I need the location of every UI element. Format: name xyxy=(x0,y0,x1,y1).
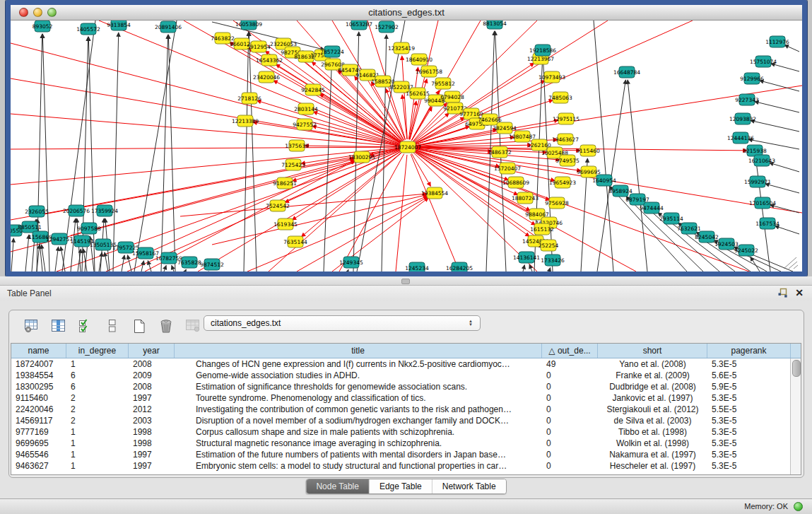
splitter-handle[interactable] xyxy=(401,279,410,284)
table-row[interactable]: 1872400712008Changes of HCN gene express… xyxy=(11,358,801,370)
table-selector-dropdown[interactable]: citations_edges.txt ▲▼ xyxy=(204,315,481,331)
graph-node[interactable]: 1245234 xyxy=(405,262,429,271)
select-columns-icon[interactable] xyxy=(77,318,94,334)
graph-node[interactable]: 9427552 xyxy=(293,119,317,130)
scrollbar-thumb[interactable] xyxy=(792,360,801,377)
create-column-icon[interactable] xyxy=(131,318,148,334)
close-panel-icon[interactable]: ✕ xyxy=(795,287,804,298)
table-row[interactable]: 2242004622012Investigating the contribut… xyxy=(11,404,801,415)
network-canvas[interactable]: 1872400774638228660128591295423226053982… xyxy=(11,21,802,271)
graph-node[interactable]: 9313854 xyxy=(107,21,131,30)
vertical-scrollbar[interactable] xyxy=(790,358,801,474)
graph-node[interactable]: 2718126 xyxy=(237,93,261,104)
svg-text:9884067: 9884067 xyxy=(525,211,549,218)
graph-node[interactable]: 9115460 xyxy=(576,145,600,156)
network-view-window[interactable]: citations_edges.txt 18724007746382286601… xyxy=(6,0,807,276)
table-row[interactable]: 1456911722003Disruption of a novel membe… xyxy=(11,415,801,426)
graph-node[interactable]: 7485063 xyxy=(548,92,572,103)
table-cell: Changes of HCN gene expression and I(f) … xyxy=(175,358,542,370)
graph-node[interactable]: 19463627 xyxy=(552,134,579,145)
graph-node[interactable]: 12213389 xyxy=(232,115,259,127)
table-row[interactable]: 946362711997Embryonic stem cells: a mode… xyxy=(11,460,801,472)
graph-node[interactable]: 19654923 xyxy=(549,177,576,188)
svg-text:1924503: 1924503 xyxy=(714,241,739,247)
graph-node[interactable]: 10688609 xyxy=(502,177,529,188)
graph-node[interactable]: 8958924 xyxy=(608,185,632,197)
svg-text:1640954: 1640954 xyxy=(592,177,616,184)
graph-node[interactable]: 16543362 xyxy=(256,54,283,66)
svg-text:9245022: 9245022 xyxy=(734,247,758,254)
graph-node[interactable]: 7635144 xyxy=(283,236,307,247)
graph-node[interactable]: 20891406 xyxy=(155,21,182,33)
graph-node[interactable]: 12444136 xyxy=(727,132,754,144)
tab-node-table[interactable]: Node Table xyxy=(306,479,370,493)
tab-network-table[interactable]: Network Table xyxy=(433,479,506,493)
graph-node[interactable]: 7955812 xyxy=(431,78,455,89)
graph-node[interactable]: 15751074 xyxy=(750,56,777,67)
dropdown-stepper-icon: ▲▼ xyxy=(464,320,480,327)
graph-node[interactable]: 9186251 xyxy=(273,177,297,189)
graph-node[interactable]: 7125423 xyxy=(281,159,305,170)
zoom-window-button[interactable] xyxy=(47,8,57,17)
graph-node[interactable]: 9129966 xyxy=(740,73,764,84)
graph-node[interactable]: 1405572 xyxy=(76,23,100,35)
minimize-window-button[interactable] xyxy=(33,8,42,17)
table-row[interactable]: 969969511998Structural magnetic resonanc… xyxy=(11,438,801,449)
resize-grip[interactable] xyxy=(782,256,799,270)
svg-text:18724007: 18724007 xyxy=(394,144,421,151)
graph-node[interactable]: 9756928 xyxy=(545,197,569,209)
graph-node[interactable]: 10973493 xyxy=(539,71,565,83)
graph-node[interactable]: 1375639 xyxy=(285,140,309,151)
graph-node[interactable]: 8813054 xyxy=(483,21,507,29)
svg-text:19218586: 19218586 xyxy=(529,47,556,54)
tab-edge-table[interactable]: Edge Table xyxy=(370,479,433,493)
table-row[interactable]: 1938455462009Genome-wide association stu… xyxy=(11,370,801,381)
column-header-short[interactable]: short xyxy=(598,344,707,358)
graph-node[interactable]: 1733426 xyxy=(541,255,565,266)
graph-node[interactable]: 12093832 xyxy=(729,113,756,124)
graph-node[interactable]: 1527902 xyxy=(375,21,399,33)
graph-node[interactable]: 2326055 xyxy=(25,206,49,217)
table-row[interactable]: 946554611997Estimation of the future num… xyxy=(11,449,801,460)
graph-node[interactable]: 10653287 xyxy=(346,21,372,30)
graph-node[interactable]: 9097588 xyxy=(77,223,101,234)
table-row[interactable]: 1830029562008Estimation of significance … xyxy=(11,381,801,392)
graph-node[interactable]: 252254 xyxy=(539,240,559,251)
graph-node[interactable]: 16961758 xyxy=(416,66,442,77)
table-row[interactable]: 911546021997Tourette syndrome. Phenomeno… xyxy=(11,392,801,404)
graph-node[interactable]: 16284205 xyxy=(446,262,473,271)
svg-text:8958924: 8958924 xyxy=(608,188,632,194)
graph-node[interactable]: 12975115 xyxy=(553,113,579,124)
svg-text:2718126: 2718126 xyxy=(237,95,261,102)
table-row[interactable]: 977716911998Corpus callosum shape and si… xyxy=(11,426,801,438)
graph-node[interactable]: 1619345 xyxy=(273,218,298,230)
column-header-pagerank[interactable]: pagerank xyxy=(707,344,791,358)
svg-text:9427552: 9427552 xyxy=(293,122,317,128)
table-mode-icon[interactable] xyxy=(23,318,40,334)
column-header-year[interactable]: year xyxy=(129,344,175,358)
svg-text:9227343: 9227343 xyxy=(735,97,759,103)
column-header-name[interactable]: name xyxy=(11,344,66,358)
graph-node[interactable]: 893052 xyxy=(33,21,53,32)
graph-node[interactable]: 1167534 xyxy=(755,218,779,229)
column-header-in-degree[interactable]: in_degree xyxy=(66,344,129,358)
graph-node[interactable]: 16648784 xyxy=(613,66,640,78)
graph-edge xyxy=(185,269,186,271)
column-header-title[interactable]: title xyxy=(175,344,542,358)
graph-node[interactable]: 23420046 xyxy=(253,71,280,83)
horizontal-splitter[interactable] xyxy=(0,276,812,285)
show-columns-icon[interactable] xyxy=(50,318,67,334)
close-window-button[interactable] xyxy=(19,8,28,17)
graph-node[interactable]: 12325419 xyxy=(388,42,415,54)
window-titlebar[interactable]: citations_edges.txt xyxy=(11,5,802,21)
graph-node[interactable]: 18640910 xyxy=(406,54,433,65)
graph-node[interactable]: 15992971 xyxy=(744,176,771,187)
row-height-icon[interactable] xyxy=(104,318,121,334)
table-cell: 0 xyxy=(542,392,598,404)
delete-column-icon[interactable] xyxy=(158,318,175,334)
float-panel-icon[interactable] xyxy=(777,288,788,298)
graph-node[interactable]: 14136141 xyxy=(513,252,540,263)
column-header-out-degree[interactable]: △ out_de... xyxy=(542,344,598,358)
graph-node[interactable]: 17016504 xyxy=(749,197,776,209)
svg-text:1245234: 1245234 xyxy=(405,265,429,271)
